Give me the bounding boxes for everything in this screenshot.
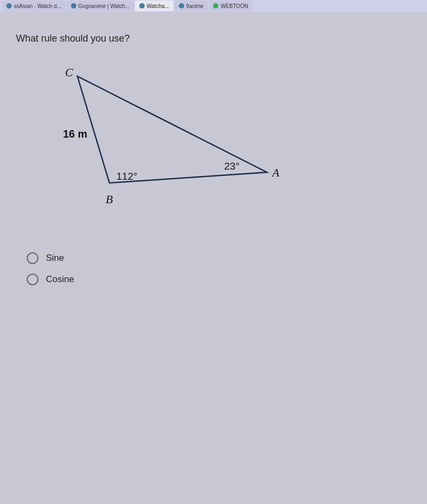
tab-favicon-webtoon [213,3,218,9]
option-cosine-row[interactable]: Cosine [27,274,411,285]
triangle-diagram: C B A 16 m 112° 23° [27,60,294,231]
vertex-b-label: B [106,193,113,206]
vertex-a-label: A [271,166,280,179]
tab-ssasian[interactable]: ssAsian - Watch d... [2,1,66,11]
tab-label-gogoanime: Gogoanime | Watch... [78,3,130,9]
options-container: Sine Cosine [27,252,411,285]
tab-favicon-watcha [139,3,145,9]
radio-sine[interactable] [27,252,38,264]
option-cosine-label: Cosine [46,274,74,285]
browser-tab-bar: ssAsian - Watch d... Gogoanime | Watch..… [0,0,427,12]
tab-favicon-9anime [179,3,184,9]
option-sine-label: Sine [46,253,64,263]
main-content: What rule should you use? C B A 16 m 112… [0,12,427,504]
tab-label-webtoon: WEBTOON [220,3,248,9]
tab-favicon-gogoanime [71,3,76,9]
radio-cosine[interactable] [27,274,38,285]
tab-label-ssasian: ssAsian - Watch d... [14,3,61,9]
tab-9anime[interactable]: 9anime [175,1,208,11]
tab-label-9anime: 9anime [186,3,204,9]
tab-favicon-ssasian [6,3,12,9]
side-cb-label: 16 m [63,128,88,140]
tab-label-watcha: Watcha... [147,3,169,9]
option-sine-row[interactable]: Sine [27,252,411,264]
angle-b-label: 112° [116,171,137,182]
angle-a-label: 23° [224,161,240,172]
vertex-c-label: C [65,66,73,79]
tab-webtoon[interactable]: WEBTOON [209,1,252,11]
question-text: What rule should you use? [16,33,411,44]
tab-watcha[interactable]: Watcha... [135,1,173,11]
tab-gogoanime[interactable]: Gogoanime | Watch... [67,1,134,11]
